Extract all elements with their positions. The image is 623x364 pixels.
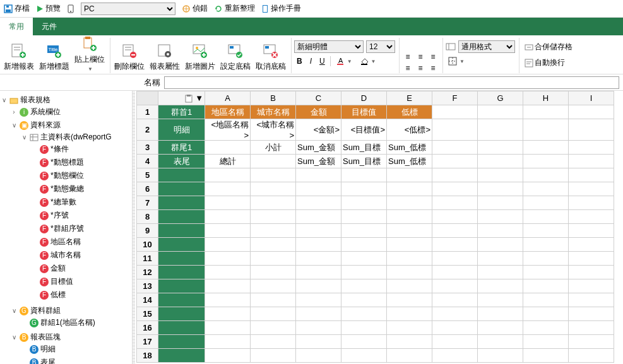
grid-cell[interactable] — [251, 293, 296, 307]
row-header[interactable]: 16 — [137, 321, 158, 335]
collapse-icon[interactable]: ∨ — [10, 334, 18, 341]
grid-cell[interactable] — [387, 224, 432, 238]
row-header[interactable]: 3 — [137, 141, 158, 155]
grid-cell[interactable] — [569, 210, 614, 224]
tree-field-item[interactable]: F城市名稱 — [30, 250, 132, 261]
grid-cell[interactable] — [523, 252, 569, 266]
tree-data-source[interactable]: ∨▣資料來源 — [10, 120, 132, 131]
col-header[interactable]: H — [523, 91, 569, 105]
grid-cell[interactable] — [478, 349, 523, 363]
grid-cell[interactable] — [205, 321, 251, 335]
grid-cell[interactable] — [478, 252, 523, 266]
grid-cell[interactable] — [523, 210, 569, 224]
grid-cell[interactable] — [341, 307, 387, 321]
grid-cell[interactable] — [341, 252, 387, 266]
grid-cell[interactable] — [523, 238, 569, 252]
grid-cell[interactable] — [523, 105, 569, 119]
grid-cell[interactable] — [387, 182, 432, 196]
font-size-select[interactable]: 12 — [366, 40, 395, 53]
grid-cell[interactable] — [296, 307, 341, 321]
grid-cell[interactable] — [432, 266, 478, 279]
grid-cell[interactable] — [523, 335, 569, 349]
grid-cell[interactable]: 總計 — [205, 155, 251, 168]
expand-icon[interactable]: › — [10, 109, 18, 115]
row-header[interactable]: 9 — [137, 224, 158, 238]
grid-cell[interactable] — [478, 335, 523, 349]
grid-cell[interactable] — [478, 119, 523, 141]
grid-cell[interactable] — [341, 238, 387, 252]
grid-cell[interactable] — [569, 279, 614, 293]
section-label-cell[interactable] — [158, 279, 205, 293]
tree-block-detail[interactable]: B明細 — [20, 344, 132, 355]
row-header[interactable]: 11 — [137, 252, 158, 266]
section-label-cell[interactable]: 明細 — [158, 119, 205, 141]
row-header[interactable]: 17 — [137, 335, 158, 349]
grid-cell[interactable] — [569, 266, 614, 279]
grid-cell[interactable]: 城市名稱 — [251, 105, 296, 119]
tree-field-item[interactable]: F*序號 — [30, 210, 132, 221]
bold-button[interactable]: B — [294, 56, 305, 67]
grid-cell[interactable] — [296, 293, 341, 307]
grid-cell[interactable] — [296, 168, 341, 182]
grid-cell[interactable] — [341, 168, 387, 182]
grid-cell[interactable] — [387, 210, 432, 224]
grid-cell[interactable] — [523, 155, 569, 168]
grid-cell[interactable] — [478, 266, 523, 279]
grid-cell[interactable] — [296, 349, 341, 363]
grid-cell[interactable] — [523, 224, 569, 238]
grid-cell[interactable] — [569, 293, 614, 307]
device-select[interactable]: PC — [81, 3, 175, 15]
grid-cell[interactable] — [387, 279, 432, 293]
grid-cell[interactable] — [205, 182, 251, 196]
tree-main-table[interactable]: ∨ 主資料表(dwReportG — [20, 132, 132, 143]
set-base-button[interactable]: 設定底稿 — [219, 41, 252, 73]
grid-cell[interactable] — [523, 196, 569, 210]
grid-cell[interactable] — [205, 349, 251, 363]
grid-cell[interactable] — [251, 252, 296, 266]
grid-cell[interactable] — [387, 266, 432, 279]
grid-cell[interactable] — [387, 349, 432, 363]
name-input[interactable] — [164, 76, 619, 89]
grid-cell[interactable] — [387, 238, 432, 252]
section-label-cell[interactable]: 表尾 — [158, 155, 205, 168]
grid-cell[interactable] — [432, 321, 478, 335]
col-header[interactable]: G — [478, 91, 523, 105]
grid-cell[interactable] — [296, 210, 341, 224]
grid-cell[interactable] — [569, 321, 614, 335]
tree-field-item[interactable]: F*群組序號 — [30, 223, 132, 234]
grid-cell[interactable] — [341, 293, 387, 307]
row-header[interactable]: 15 — [137, 307, 158, 321]
grid-cell[interactable] — [432, 182, 478, 196]
section-label-cell[interactable]: 群尾1 — [158, 141, 205, 155]
grid-cell[interactable] — [296, 224, 341, 238]
grid-cell[interactable] — [205, 196, 251, 210]
grid-cell[interactable] — [251, 155, 296, 168]
grid-cell[interactable] — [432, 141, 478, 155]
grid-cell[interactable] — [478, 168, 523, 182]
grid-cell[interactable] — [478, 182, 523, 196]
grid-cell[interactable] — [523, 119, 569, 141]
grid-cell[interactable] — [296, 266, 341, 279]
collapse-icon[interactable]: ∨ — [20, 134, 28, 141]
grid-cell[interactable] — [432, 307, 478, 321]
tree-field-item[interactable]: F*總筆數 — [30, 197, 132, 208]
delete-field-button[interactable]: 刪除欄位 — [113, 41, 146, 73]
grid-cell[interactable] — [569, 252, 614, 266]
collapse-icon[interactable]: ∨ — [0, 97, 8, 103]
row-header[interactable]: 8 — [137, 210, 158, 224]
align-center-button[interactable]: ≡ — [415, 63, 426, 73]
grid-cell[interactable] — [523, 349, 569, 363]
collapse-icon[interactable]: ∨ — [10, 122, 18, 129]
grid-cell[interactable]: <金額> — [296, 119, 341, 141]
col-header[interactable]: D — [341, 91, 387, 105]
grid-cell[interactable]: <目標值> — [341, 119, 387, 141]
cancel-base-button[interactable]: 取消底稿 — [254, 41, 287, 73]
grid-cell[interactable] — [478, 105, 523, 119]
col-header[interactable]: I — [569, 91, 614, 105]
grid-cell[interactable] — [432, 196, 478, 210]
grid-cell[interactable] — [432, 224, 478, 238]
debug-button[interactable]: 偵錯 — [182, 3, 208, 14]
section-label-cell[interactable] — [158, 293, 205, 307]
grid-cell[interactable] — [432, 293, 478, 307]
grid-cell[interactable] — [523, 141, 569, 155]
